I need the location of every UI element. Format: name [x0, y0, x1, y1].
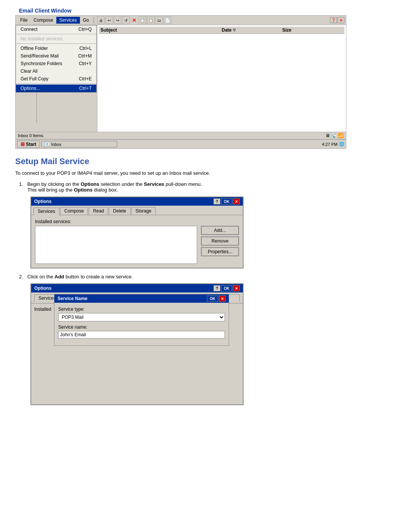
menu-options[interactable]: Options... Ctrl+T	[16, 85, 96, 92]
col-subject-header: Subject	[100, 27, 222, 33]
system-tray: 🖥 📡 📶	[325, 133, 344, 138]
toolbar-icon-8[interactable]: 📄	[164, 16, 171, 24]
toolbar-icon-1[interactable]: 🖨	[97, 16, 105, 24]
dialog-2-ok-button[interactable]: OK	[221, 285, 232, 291]
toolbar-icon-4[interactable]: ↺	[122, 16, 130, 24]
col-date-header[interactable]: Date ▽	[222, 27, 282, 33]
col-size-header: Size	[282, 27, 343, 33]
menu-connect[interactable]: Connect Ctrl+Q	[16, 26, 96, 33]
main-area: Connect Ctrl+Q No installed services. Of…	[16, 25, 346, 132]
email-window-title: Email Client Window	[19, 8, 396, 14]
menu-offline-folder[interactable]: Offline Folder Ctrl+L	[16, 45, 96, 52]
tab-read[interactable]: Read	[89, 207, 108, 215]
tab-storage[interactable]: Storage	[131, 207, 156, 215]
toolbar-icon-6[interactable]: 📋	[147, 16, 155, 24]
clear-all-label: Clear All	[21, 69, 38, 74]
menu-file[interactable]: File	[17, 17, 30, 24]
service-name-dialog: Service Name OK ✕ Service type: POP3 Mai…	[54, 294, 229, 346]
menu-go[interactable]: Go	[80, 17, 92, 24]
send-receive-shortcut: Ctrl+M	[78, 53, 92, 59]
help-button[interactable]: ❓	[330, 17, 337, 23]
installed-services-label: Installed services:	[35, 219, 239, 224]
menu-services[interactable]: Services	[56, 17, 80, 24]
clock-display: 4:27 PM	[322, 142, 338, 147]
right-panel: Subject Date ▽ Size	[97, 25, 346, 132]
options-label: Options...	[21, 86, 40, 91]
menu-get-full-copy[interactable]: Get Full Copy Ctrl+E	[16, 75, 96, 83]
service-type-select[interactable]: POP3 Mail	[58, 313, 225, 321]
send-receive-label: Send/Receive Mail	[21, 53, 59, 59]
menu-compose[interactable]: Compose	[30, 17, 56, 24]
menu-clear-all[interactable]: Clear All	[16, 67, 96, 75]
tray-icon-1: 🖥	[325, 133, 330, 138]
menu-send-receive[interactable]: Send/Receive Mail Ctrl+M	[16, 52, 96, 60]
services-buttons: Add... Remove Properties...	[201, 226, 239, 264]
close-button[interactable]: ✕	[338, 17, 344, 23]
sort-arrow-icon: ▽	[233, 28, 236, 32]
step-1: 1. Begin by clicking on the Options sele…	[19, 181, 346, 268]
dialog-1-controls: ? OK ✕	[213, 198, 240, 204]
service-name-title: Service Name	[57, 296, 88, 301]
dialog-1-help-button[interactable]: ?	[213, 198, 220, 204]
step-1-bold-2: Services	[144, 181, 164, 187]
dialog-1-close-button[interactable]: ✕	[233, 198, 240, 204]
taskbar-inbox-item[interactable]: 📧 Inbox	[41, 141, 117, 147]
dm-sep-1	[16, 34, 96, 34]
connect-label: Connect	[21, 27, 38, 32]
toolbar-icon-3[interactable]: ↪	[114, 16, 121, 24]
toolbar-delete-icon[interactable]: ✕	[131, 18, 138, 23]
left-panel: Connect Ctrl+Q No installed services. Of…	[16, 25, 97, 132]
connect-shortcut: Ctrl+Q	[78, 27, 92, 32]
services-area: Add... Remove Properties...	[35, 226, 239, 264]
dialog-2-close-button[interactable]: ✕	[233, 285, 240, 291]
start-label: Start	[26, 142, 36, 147]
step-1-bold-3: Options	[74, 187, 92, 193]
tab-compose[interactable]: Compose	[60, 207, 88, 215]
window-controls: ❓ ✕	[330, 17, 344, 23]
step-2-text-2: button to create a new service.	[65, 274, 133, 280]
tray-icon-3: 📶	[338, 133, 344, 138]
inbox-taskbar-icon: 📧	[45, 142, 50, 147]
tray-icon-2: 📡	[331, 133, 337, 138]
dialog-1-ok-button[interactable]: OK	[221, 198, 232, 204]
add-button[interactable]: Add...	[201, 226, 239, 235]
step-1-text: 1. Begin by clicking on the Options sele…	[19, 181, 346, 193]
menu-separator	[94, 17, 94, 24]
status-bar: Inbox 0 Items. 🖥 📡 📶	[16, 132, 346, 139]
no-services-label: No installed services.	[21, 36, 64, 42]
setup-intro-text: To connect to your POP3 or IMAP4 mail se…	[15, 170, 346, 176]
remove-button[interactable]: Remove	[201, 236, 239, 246]
column-headers: Subject Date ▽ Size	[99, 27, 344, 34]
options-dialog-2-title: Options	[34, 286, 51, 291]
taskbar: ⊞ Start 📧 Inbox 4:27 PM 🌐	[16, 139, 346, 149]
taskbar-browser-icon: 🌐	[339, 142, 344, 147]
dialog-2-controls: ? OK ✕	[213, 285, 240, 291]
inbox-status: Inbox 0 Items.	[18, 133, 44, 138]
toolbar-icon-5[interactable]: 📋	[139, 16, 146, 24]
dialog-2-help-button[interactable]: ?	[213, 285, 220, 291]
toolbar-icon-2[interactable]: ↩	[105, 16, 113, 24]
properties-button[interactable]: Properties...	[201, 247, 239, 256]
toolbar-icon-7[interactable]: 🗂	[155, 16, 163, 24]
get-full-copy-label: Get Full Copy	[21, 76, 48, 81]
service-name-body: Service type: POP3 Mail Service name:	[54, 303, 229, 345]
menu-sync-folders[interactable]: Synchronize Folders Ctrl+Y	[16, 60, 96, 67]
tab-delete[interactable]: Delete	[109, 207, 131, 215]
step-2-number: 2.	[19, 274, 26, 280]
service-name-close-button[interactable]: ✕	[219, 296, 226, 302]
options-shortcut: Ctrl+T	[79, 86, 92, 91]
step-2-text-before: Click on the	[27, 274, 55, 280]
service-name-label: Service name:	[58, 324, 225, 330]
service-type-label: Service type:	[58, 307, 225, 312]
options-dialog-2: Options ? OK ✕ Services Installed	[30, 283, 244, 405]
get-full-copy-shortcut: Ctrl+E	[79, 76, 92, 81]
service-name-input[interactable]	[58, 331, 225, 339]
service-name-ok-button[interactable]: OK	[207, 296, 218, 302]
sync-folders-label: Synchronize Folders	[21, 61, 62, 66]
tab-services[interactable]: Services	[33, 208, 59, 215]
services-listbox[interactable]	[35, 226, 197, 264]
start-button[interactable]: ⊞ Start	[17, 141, 40, 148]
setup-title: Setup Mail Service	[15, 157, 346, 166]
offline-folder-shortcut: Ctrl+L	[80, 46, 92, 51]
step-1-text-3: pull-down menu.	[166, 181, 202, 187]
